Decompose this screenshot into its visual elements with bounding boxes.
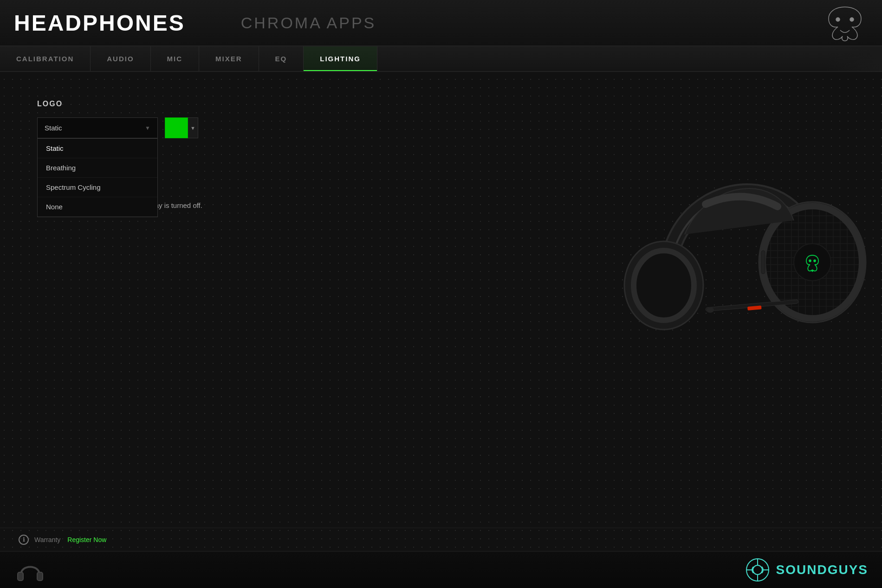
soundguys-logo: SOUNDGUYS [745,557,868,583]
dropdown-menu: Static Breathing Spectrum Cycling None [37,138,158,217]
nav-eq[interactable]: EQ [259,46,304,71]
section-label-logo: LOGO [37,100,292,108]
dropdown-option-breathing[interactable]: Breathing [38,158,157,178]
dropdown-arrow-icon: ▼ [145,125,150,131]
soundguys-icon [745,557,771,583]
register-now-link[interactable]: Register Now [67,536,106,543]
nav-audio[interactable]: AUDIO [91,46,150,71]
app-title: HEADPHONES [14,10,185,36]
svg-point-36 [809,260,811,262]
color-picker-group: ▼ [165,117,198,138]
nav-divider [826,46,882,71]
nav-calibration[interactable]: CALIBRATION [0,46,91,71]
dropdown-option-static[interactable]: Static [38,139,157,158]
dropdown-option-spectrum[interactable]: Spectrum Cycling [38,178,157,197]
header: HEADPHONES CHROMA APPS [0,0,882,46]
color-picker-arrow[interactable]: ▼ [188,117,198,138]
left-panel: LOGO Static ▼ Static Breathing Spec [37,90,292,495]
warranty-text: Warranty [34,536,60,543]
dropdown-container: Static ▼ Static Breathing Spectrum Cycli… [37,117,292,138]
dropdown-option-none[interactable]: None [38,197,157,217]
lighting-mode-dropdown[interactable]: Static ▼ [37,117,158,138]
nav-lighting[interactable]: LIGHTING [304,46,377,71]
svg-point-46 [753,565,762,575]
color-picker-button[interactable] [165,117,188,138]
nav-mic[interactable]: MIC [151,46,200,71]
nav-bar: CALIBRATION AUDIO MIC MIXER EQ LIGHTING [0,46,882,72]
svg-rect-43 [18,572,23,581]
svg-rect-42 [761,251,765,274]
main-content: LOGO Static ▼ Static Breathing Spec [0,72,882,514]
right-panel [292,90,845,495]
bottom-bar: SOUNDGUYS [0,551,882,588]
svg-point-41 [707,307,714,313]
svg-point-37 [814,260,816,262]
warranty-bar: ℹ Warranty Register Now [0,528,882,551]
dropdown-wrapper: Static ▼ Static Breathing Spectrum Cycli… [37,117,158,138]
dropdown-selected-value: Static [45,124,62,132]
razer-logo [822,5,868,44]
svg-point-35 [794,244,831,281]
nav-mixer[interactable]: MIXER [199,46,259,71]
svg-point-0 [836,18,840,21]
headphone-image [613,114,868,417]
svg-point-1 [850,18,854,21]
warranty-icon: ℹ [19,535,29,545]
chroma-apps-title: CHROMA APPS [241,14,376,32]
soundguys-text: SOUNDGUYS [776,562,868,577]
bottom-headphone-icon [14,556,46,584]
svg-rect-44 [37,572,43,581]
